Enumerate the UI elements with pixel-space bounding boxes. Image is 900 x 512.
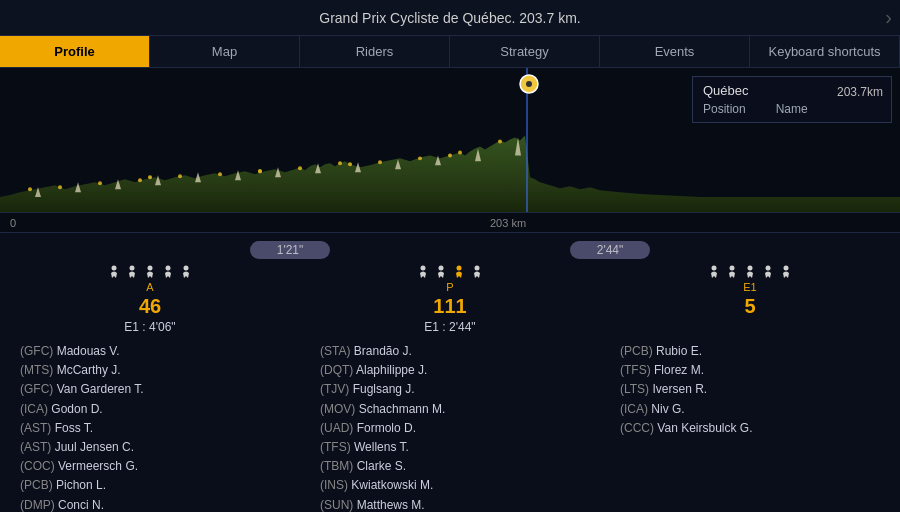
info-panel: Québec 203.7km Position Name: [692, 76, 892, 123]
cyclist-icon: [761, 265, 775, 279]
rank-number-2: 111: [300, 295, 600, 318]
tab-events[interactable]: Events: [600, 36, 750, 67]
rank-number-1: 46: [0, 295, 300, 318]
svg-point-2: [148, 175, 152, 179]
list-item: (PCB) Rubio E.: [620, 342, 890, 361]
list-item: (GFC) Madouas V.: [20, 342, 290, 361]
list-item: (TJV) Fuglsang J.: [320, 380, 590, 399]
tab-riders[interactable]: Riders: [300, 36, 450, 67]
dist-start: 0: [10, 217, 16, 229]
tab-map[interactable]: Map: [150, 36, 300, 67]
svg-point-36: [130, 266, 135, 271]
sprint-col-3: E1 5: [600, 263, 900, 338]
list-item: (SUN) Matthews M.: [320, 496, 590, 513]
list-item: (CCC) Van Keirsbulck G.: [620, 419, 890, 438]
svg-point-16: [378, 160, 382, 164]
rider-lists: (GFC) Madouas V. (MTS) McCarthy J. (GFC)…: [0, 342, 900, 512]
time-bar-2: 2'44": [570, 241, 650, 259]
svg-point-9: [98, 181, 102, 185]
cyclist-icon: [470, 265, 484, 279]
list-item: (AST) Foss T.: [20, 419, 290, 438]
title-bar: Grand Prix Cycliste de Québec. 203.7 km.…: [0, 0, 900, 36]
list-item: (TFS) Florez M.: [620, 361, 890, 380]
cyclist-icon-orange: [452, 265, 466, 279]
svg-point-41: [439, 266, 444, 271]
svg-point-4: [348, 162, 352, 166]
list-item: (COC) Vermeersch G.: [20, 457, 290, 476]
list-item: (ICA) Godon D.: [20, 400, 290, 419]
cyclist-icon: [416, 265, 430, 279]
svg-point-38: [166, 266, 171, 271]
svg-point-40: [421, 266, 426, 271]
cyclist-icon: [179, 265, 193, 279]
rider-list-3: (PCB) Rubio E. (TFS) Florez M. (LTS) Ive…: [600, 342, 900, 512]
sprint-col-2: P 111 E1 : 2'44": [300, 263, 600, 338]
list-item: (TFS) Wellens T.: [320, 438, 590, 457]
cyclist-icon: [743, 265, 757, 279]
cyclist-icon: [161, 265, 175, 279]
gap-time-1: E1 : 4'06": [0, 320, 300, 334]
location-pin: [519, 74, 539, 97]
cyclist-icon: [707, 265, 721, 279]
list-item: (GFC) Van Garderen T.: [20, 380, 290, 399]
svg-point-14: [298, 166, 302, 170]
list-item: (DQT) Alaphilippe J.: [320, 361, 590, 380]
tab-keyboard-shortcuts[interactable]: Keyboard shortcuts: [750, 36, 900, 67]
svg-point-19: [498, 140, 502, 144]
svg-point-35: [112, 266, 117, 271]
time-bar-1: 1'21": [250, 241, 330, 259]
race-title: Grand Prix Cycliste de Québec. 203.7 km.: [319, 10, 580, 26]
name-label: Name: [776, 102, 808, 116]
list-item: (TBM) Clarke S.: [320, 457, 590, 476]
svg-point-34: [526, 81, 532, 87]
cyclist-icon: [125, 265, 139, 279]
sprint-col-1: A 46 E1 : 4'06": [0, 263, 300, 338]
cyclist-icons-1: [0, 265, 300, 279]
svg-point-12: [218, 172, 222, 176]
svg-point-45: [730, 266, 735, 271]
svg-point-7: [28, 187, 32, 191]
rank-letter-2: P: [300, 281, 600, 293]
svg-point-37: [148, 266, 153, 271]
rider-list-1: (GFC) Madouas V. (MTS) McCarthy J. (GFC)…: [0, 342, 300, 512]
tab-bar: Profile Map Riders Strategy Events Keybo…: [0, 36, 900, 68]
list-item: (MOV) Schachmann M.: [320, 400, 590, 419]
profile-chart[interactable]: Québec 203.7km Position Name: [0, 68, 900, 213]
rank-number-3: 5: [600, 295, 900, 318]
svg-point-10: [138, 178, 142, 182]
cyclist-icons-2: [300, 265, 600, 279]
svg-point-18: [458, 150, 462, 154]
sprint-section: 1'21" 2'44" A 46 E1 : 4'06": [0, 233, 900, 338]
list-item: (AST) Juul Jensen C.: [20, 438, 290, 457]
svg-point-8: [58, 185, 62, 189]
cyclist-icon: [725, 265, 739, 279]
svg-point-47: [766, 266, 771, 271]
tab-strategy[interactable]: Strategy: [450, 36, 600, 67]
list-item: (UAD) Formolo D.: [320, 419, 590, 438]
dist-mid: 203 km: [490, 217, 526, 229]
cyclist-icons-3: [600, 265, 900, 279]
arrow-right-icon[interactable]: ›: [885, 6, 892, 29]
list-item: (ICA) Niv G.: [620, 400, 890, 419]
list-item: (STA) Brandão J.: [320, 342, 590, 361]
distance-axis: 0 203 km: [0, 213, 900, 233]
list-item: (MTS) McCarthy J.: [20, 361, 290, 380]
time-bars: 1'21" 2'44": [0, 241, 900, 259]
main-content: 1'21" 2'44" A 46 E1 : 4'06": [0, 233, 900, 512]
cyclist-icon: [434, 265, 448, 279]
svg-point-43: [475, 266, 480, 271]
cyclist-icon: [143, 265, 157, 279]
gap-time-2: E1 : 2'44": [300, 320, 600, 334]
tab-profile[interactable]: Profile: [0, 36, 150, 67]
svg-point-5: [448, 153, 452, 157]
list-item: (PCB) Pichon L.: [20, 476, 290, 495]
svg-point-11: [178, 174, 182, 178]
svg-point-39: [184, 266, 189, 271]
list-item: (INS) Kwiatkowski M.: [320, 476, 590, 495]
rider-list-2: (STA) Brandão J. (DQT) Alaphilippe J. (T…: [300, 342, 600, 512]
svg-point-13: [258, 169, 262, 173]
svg-point-46: [748, 266, 753, 271]
position-label: Position: [703, 102, 746, 116]
list-item: (LTS) Iversen R.: [620, 380, 890, 399]
rank-letter-3: E1: [600, 281, 900, 293]
